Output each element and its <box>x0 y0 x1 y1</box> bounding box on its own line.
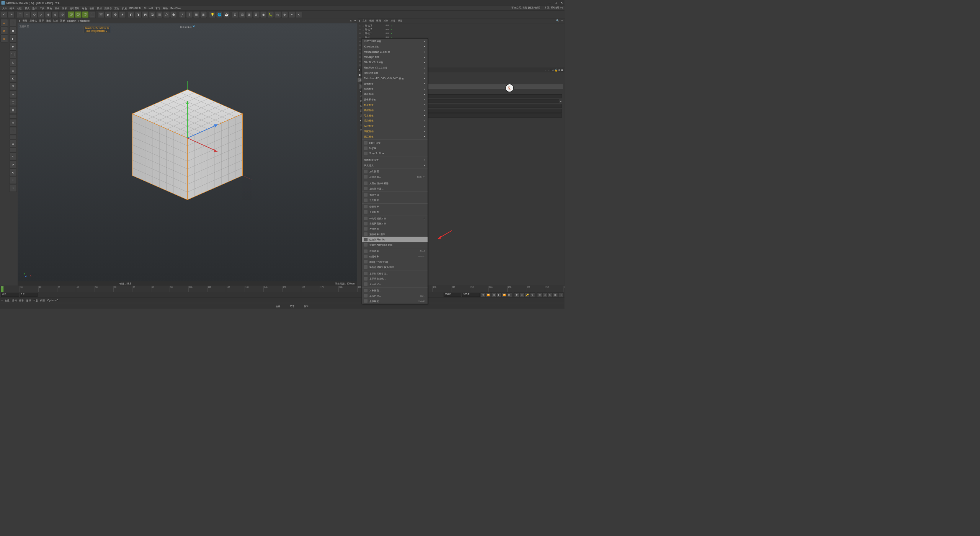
menu-网格[interactable]: 网格 <box>46 6 54 10</box>
toolbar-btn-46[interactable]: ✦ <box>288 11 295 18</box>
om-menu-对象[interactable]: 对象 <box>384 19 389 23</box>
vptab-ProRender[interactable]: ProRender <box>78 20 90 22</box>
toolbar-btn-0[interactable]: ↶ <box>1 11 7 18</box>
ltool2-15[interactable] <box>9 135 17 140</box>
ltool2-9[interactable]: ⊛ <box>9 90 17 98</box>
ltool2-0[interactable]: ⬚ <box>9 19 17 27</box>
ctx-Krakatoa 标签[interactable]: Krakatoa 标签 <box>362 44 428 49</box>
ctx-烘焙为Alembic[interactable]: 烘焙为Alembic <box>362 237 428 242</box>
toolbar-btn-27[interactable]: ⬢ <box>170 11 177 18</box>
toolbar-btn-35[interactable]: 🌐 <box>216 11 222 18</box>
ctx-Redshift 标签[interactable]: Redshift 标签 <box>362 70 428 76</box>
ctx-显示运动...[interactable]: 显示运动... <box>362 281 428 287</box>
ctx-模拟标签[interactable]: 模拟标签 <box>362 108 428 113</box>
menu-渲染[interactable]: 渲染 <box>113 6 121 10</box>
om-row[interactable]: ⊞ ⬚随机.3✓ <box>358 23 565 27</box>
ctx-建模标签[interactable]: 建模标签 <box>362 92 428 97</box>
menu-体积[interactable]: 体积 <box>61 6 69 10</box>
ltool2-19[interactable]: ⬈ <box>9 160 17 168</box>
vptab-显示[interactable]: 显示 <box>39 19 44 23</box>
bottom-查看[interactable]: 查看 <box>19 299 24 302</box>
ctx-Signal[interactable]: Signal <box>362 145 428 151</box>
toolbar-btn-40[interactable]: ⊞ <box>246 11 253 18</box>
play-⊞[interactable]: ⊞ <box>537 293 542 297</box>
frame-field-a[interactable]: 0 F <box>20 293 38 297</box>
toolbar-btn-31[interactable]: ▦ <box>193 11 200 18</box>
toolbar-btn-18[interactable]: ⚙ <box>112 11 119 18</box>
ctx-选择子级[interactable]: 选择子级 <box>362 192 428 198</box>
toolbar-btn-42[interactable]: ◉ <box>260 11 267 18</box>
vptab-面板[interactable]: 面板 <box>60 19 65 23</box>
play-⏺[interactable]: ⏺ <box>514 293 519 297</box>
toolbar-btn-34[interactable]: 💡 <box>209 11 216 18</box>
ctx-烘焙为Alembic并删除[interactable]: 烘焙为Alembic并删除 <box>362 242 428 247</box>
menu-帮助[interactable]: 帮助 <box>162 6 169 10</box>
ctx-结组对象[interactable]: 结组对象Shift+G <box>362 254 428 259</box>
bottom-创建[interactable]: 创建 <box>5 299 10 302</box>
ltool2-11[interactable]: ▦ <box>9 106 17 114</box>
ltool2-10[interactable]: ⬡ <box>9 98 17 106</box>
toolbar-btn-24[interactable]: ◪ <box>149 11 155 18</box>
menu-RealFlow[interactable]: RealFlow <box>169 7 182 10</box>
toolbar-btn-26[interactable]: ⬡ <box>163 11 170 18</box>
om-row[interactable]: ⊞ ⬚随机.1✓ <box>358 31 565 35</box>
ctx-全部展开[interactable]: 全部展开 <box>362 204 428 209</box>
ctx-动画标签[interactable]: 动画标签 <box>362 86 428 92</box>
play-⬚[interactable]: ⬚ <box>558 293 563 297</box>
toolbar-btn-9[interactable]: ⊙ <box>59 11 65 18</box>
toolbar-btn-39[interactable]: ⊡ <box>239 11 245 18</box>
ltool-1[interactable]: ⚙ <box>0 27 8 34</box>
play-◇[interactable]: ◇ <box>519 293 524 297</box>
toolbar-btn-7[interactable]: ⊕ <box>45 11 52 18</box>
ltool2-20[interactable]: ⬉ <box>9 168 17 176</box>
context-menu[interactable]: INSYDIUM 标签Krakatoa 标签MeshBoolean V1.8 标… <box>362 38 428 304</box>
toolbar-btn-32[interactable]: ⊞ <box>200 11 207 18</box>
bottom-选择[interactable]: 选择 <box>26 299 31 302</box>
ctx-MoGraph 标签[interactable]: MoGraph 标签 <box>362 54 428 60</box>
ltool2-7[interactable]: ◐ <box>9 75 17 82</box>
om-menu-编辑[interactable]: 编辑 <box>369 19 374 23</box>
menu-文件[interactable]: 文件 <box>1 6 8 10</box>
play-◀[interactable]: ◀ <box>491 293 496 297</box>
ctx-将所选对象转换为XRef[interactable]: 将所选对象转换为XRef <box>362 265 428 270</box>
ctx-显示帮助...[interactable]: 显示帮助...Ctrl+F1 <box>362 298 428 304</box>
menu-动画[interactable]: 动画 <box>88 6 96 10</box>
ctx-材质标签[interactable]: 材质标签 <box>362 102 428 108</box>
vptab-Redshift[interactable]: Redshift <box>67 20 76 22</box>
ltool2-18[interactable]: ↖ <box>9 153 17 160</box>
bottom-材质[interactable]: 材质 <box>33 299 38 302</box>
ctx-跟踪标签[interactable]: 跟踪标签 <box>362 134 428 139</box>
ltool2-13[interactable]: ⊡ <box>9 119 17 127</box>
ctx-连接对象[interactable]: 连接对象 <box>362 226 428 232</box>
menu-样条[interactable]: 样条 <box>53 6 61 10</box>
ctx-编程标签[interactable]: 编程标签 <box>362 123 428 129</box>
toolbar-btn-5[interactable]: ⟲ <box>31 11 38 18</box>
frame-field-start[interactable]: 0 F <box>1 293 19 297</box>
toolbar-btn-1[interactable]: ↷ <box>8 11 15 18</box>
ltool2-22[interactable]: ⤸ <box>9 185 17 192</box>
node-space[interactable]: 当前 (标准/物理) <box>523 7 540 9</box>
toolbar-btn-4[interactable]: ↔ <box>24 11 30 18</box>
ctx-群组对象[interactable]: 群组对象Alt+G <box>362 248 428 254</box>
menu-跟踪器[interactable]: 跟踪器 <box>103 6 113 10</box>
om-search-icon[interactable]: 🔍 <box>556 20 559 22</box>
ctx-场次管理器...[interactable]: 场次管理器... <box>362 186 428 191</box>
toolbar-btn-36[interactable]: ☕ <box>223 11 230 18</box>
ctx-加入新层[interactable]: 加入新层 <box>362 169 428 174</box>
close-button[interactable]: ✕ <box>560 1 563 5</box>
play-⊟[interactable]: ⊟ <box>542 293 547 297</box>
ctx-INSYDIUM 标签[interactable]: INSYDIUM 标签 <box>362 39 428 44</box>
ltool2-3[interactable]: ◆ <box>9 43 17 51</box>
ctx-转为可编辑对象[interactable]: 转为可编辑对象C <box>362 216 428 221</box>
toolbar-btn-43[interactable]: 🐛 <box>267 11 274 18</box>
ltool2-1[interactable]: ⬢ <box>9 27 17 34</box>
ctx-NitroBoxTool 标签[interactable]: NitroBoxTool 标签 <box>362 60 428 65</box>
ctx-设为根部[interactable]: 设为根部 <box>362 198 428 203</box>
ltool2-17[interactable] <box>9 148 17 152</box>
ctx-连接对象+删除[interactable]: 连接对象+删除 <box>362 232 428 237</box>
play-▶[interactable]: ▶ <box>497 293 501 297</box>
menu-模式[interactable]: 模式 <box>23 6 31 10</box>
ctx-加载标签预置[interactable]: 加载标签预置 <box>362 157 428 163</box>
toolbar-btn-3[interactable]: ⬚ <box>17 11 23 18</box>
menu-扩展[interactable]: 扩展 <box>121 6 128 10</box>
